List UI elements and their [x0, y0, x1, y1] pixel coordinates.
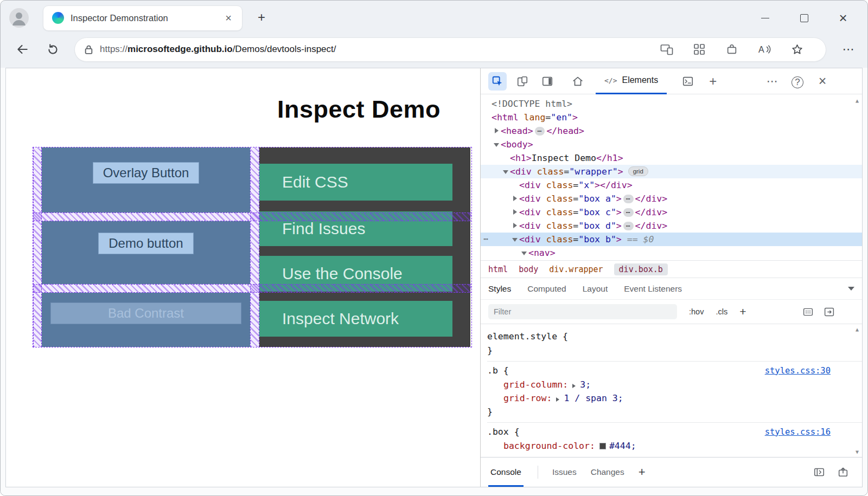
sidebar-pane-tabs: Styles Computed Layout Event Listeners: [481, 278, 862, 299]
url-protocol: https://: [100, 44, 127, 54]
device-emulation-icon[interactable]: [513, 72, 532, 91]
tab-styles[interactable]: Styles: [488, 284, 511, 294]
new-style-rule-button[interactable]: [739, 305, 746, 318]
breadcrumb-div-box-b[interactable]: div.box.b: [614, 263, 668, 275]
pseudo-state-button[interactable]: :hov: [689, 307, 704, 316]
dom-scrollbar[interactable]: ▲: [854, 98, 860, 104]
expand-value-icon[interactable]: [572, 384, 578, 388]
dom-row-wrapper[interactable]: <div class="wrapper">grid: [481, 165, 862, 178]
drawer-tab-console[interactable]: Console: [488, 458, 524, 487]
collapse-arrow-icon[interactable]: [512, 233, 518, 246]
dom-row-box-b-selected[interactable]: <div class="box b">== $0: [481, 233, 862, 246]
drawer-tab-issues[interactable]: Issues: [552, 458, 577, 487]
browser-settings-icon[interactable]: [839, 42, 858, 56]
expand-drawer-icon[interactable]: [813, 466, 825, 478]
window-controls: [752, 8, 859, 28]
person-icon: [9, 8, 29, 28]
elements-tab-label: Elements: [622, 75, 658, 85]
expand-arrow-icon[interactable]: [493, 124, 500, 138]
tab-layout[interactable]: Layout: [583, 284, 608, 294]
nav-link-edit-css[interactable]: Edit CSS: [259, 164, 452, 201]
new-tab-button[interactable]: [252, 9, 271, 27]
maximize-button[interactable]: [792, 8, 816, 28]
devtools-more-icon[interactable]: [764, 75, 781, 88]
scroll-down-icon[interactable]: ▼: [854, 449, 860, 455]
tab-device-icon[interactable]: [660, 42, 674, 56]
nav-link-inspect-network[interactable]: Inspect Network: [259, 301, 452, 337]
node-menu-icon[interactable]: [483, 233, 488, 246]
collapse-arrow-icon[interactable]: [493, 138, 500, 151]
read-aloud-icon[interactable]: A: [757, 42, 771, 56]
dom-row-box-a[interactable]: <div class="box a">⋯</div>: [481, 192, 862, 205]
expand-value-icon[interactable]: [556, 397, 561, 402]
dom-row-body[interactable]: <body>: [481, 138, 862, 151]
tab-computed[interactable]: Computed: [527, 284, 566, 294]
tab-elements[interactable]: Elements: [596, 68, 667, 94]
collapse-arrow-icon[interactable]: [502, 165, 509, 178]
css-property-grid-column[interactable]: grid-column:3;: [487, 378, 862, 391]
profile-avatar[interactable]: [9, 8, 29, 28]
selector-box[interactable]: .box {: [487, 427, 520, 437]
dom-row-head[interactable]: <head>⋯</head>: [481, 124, 862, 138]
browser-tab[interactable]: Inspector Demonstration: [43, 5, 242, 31]
drawer-add-tab-button[interactable]: [639, 465, 646, 479]
dom-row-nav[interactable]: <nav>: [481, 246, 862, 260]
tab-event-listeners[interactable]: Event Listeners: [624, 284, 682, 294]
overlay-button[interactable]: Overlay Button: [93, 162, 200, 184]
lock-icon[interactable]: [84, 41, 93, 58]
tab-strip: Inspector Demonstration: [1, 1, 867, 35]
class-toggle-button[interactable]: .cls: [716, 307, 727, 316]
bad-contrast-button[interactable]: Bad Contrast: [50, 302, 241, 324]
collections-bag-icon[interactable]: [725, 42, 739, 56]
home-icon[interactable]: [569, 72, 587, 91]
source-link-b[interactable]: styles.css:30: [765, 366, 831, 376]
expand-arrow-icon[interactable]: [512, 205, 518, 219]
rule-box: .box { styles.css:16 background-color:#4…: [487, 423, 862, 456]
demo-button[interactable]: Demo button: [98, 233, 193, 254]
collapse-arrow-icon[interactable]: [521, 246, 527, 260]
undock-drawer-icon[interactable]: [837, 466, 849, 478]
chevron-down-icon[interactable]: [848, 286, 854, 292]
css-property-grid-row[interactable]: grid-row:1 / span 3;: [487, 391, 862, 405]
scroll-up-icon[interactable]: ▲: [854, 326, 860, 332]
refresh-button[interactable]: [44, 41, 61, 58]
dom-row-box-d[interactable]: <div class="box d">⋯</div>: [481, 219, 862, 233]
expand-arrow-icon[interactable]: [512, 192, 518, 205]
dock-side-icon[interactable]: [538, 72, 557, 91]
apps-grid-icon[interactable]: [692, 42, 706, 56]
color-swatch[interactable]: [599, 443, 606, 449]
rendering-grid-icon[interactable]: [802, 306, 814, 318]
devtools-help-icon[interactable]: [789, 75, 806, 88]
add-devtools-tab-button[interactable]: [705, 74, 721, 89]
breadcrumb-div-wrapper[interactable]: div.wrapper: [549, 265, 603, 274]
styles-scrollbar[interactable]: ▲: [854, 326, 860, 455]
dom-row-box-c[interactable]: <div class="box c">⋯</div>: [481, 205, 862, 219]
dom-row-html[interactable]: <html lang="en">: [481, 111, 862, 124]
styles-filter-input[interactable]: [488, 304, 677, 319]
open-sidebar-icon[interactable]: [824, 306, 835, 318]
favorites-star-icon[interactable]: [790, 42, 804, 56]
grid-overlay-row-gap-2: [33, 284, 471, 293]
inspect-element-icon[interactable]: [488, 72, 507, 91]
address-bar[interactable]: https://microsoftedge.github.io/Demos/de…: [74, 37, 826, 62]
breadcrumb-body[interactable]: body: [519, 265, 538, 274]
devtools-close-icon[interactable]: [814, 73, 831, 89]
tab-close-icon[interactable]: [221, 11, 235, 25]
dom-row-doctype[interactable]: <!DOCTYPE html>: [481, 97, 862, 111]
dom-row-div-x[interactable]: <div class="x"></div>: [481, 178, 862, 192]
drawer-tab-changes[interactable]: Changes: [591, 458, 624, 487]
svg-text:A: A: [758, 45, 764, 54]
back-button[interactable]: [14, 41, 31, 58]
console-panel-icon[interactable]: [679, 72, 697, 91]
dom-row-h1[interactable]: <h1>Inspect Demo</h1>: [481, 151, 862, 165]
css-property-background-color[interactable]: background-color:#444;: [487, 439, 862, 453]
url-text[interactable]: https://microsoftedge.github.io/Demos/de…: [100, 44, 660, 55]
window-close-button[interactable]: [831, 8, 856, 28]
breadcrumb-html[interactable]: html: [488, 265, 508, 274]
source-link-box[interactable]: styles.css:16: [765, 427, 831, 437]
minimize-button[interactable]: [752, 8, 777, 28]
expand-arrow-icon[interactable]: [512, 219, 518, 233]
scroll-up-icon[interactable]: ▲: [854, 98, 860, 104]
selector-element-style[interactable]: element.style {: [487, 331, 568, 342]
selector-b[interactable]: .b {: [487, 365, 509, 376]
